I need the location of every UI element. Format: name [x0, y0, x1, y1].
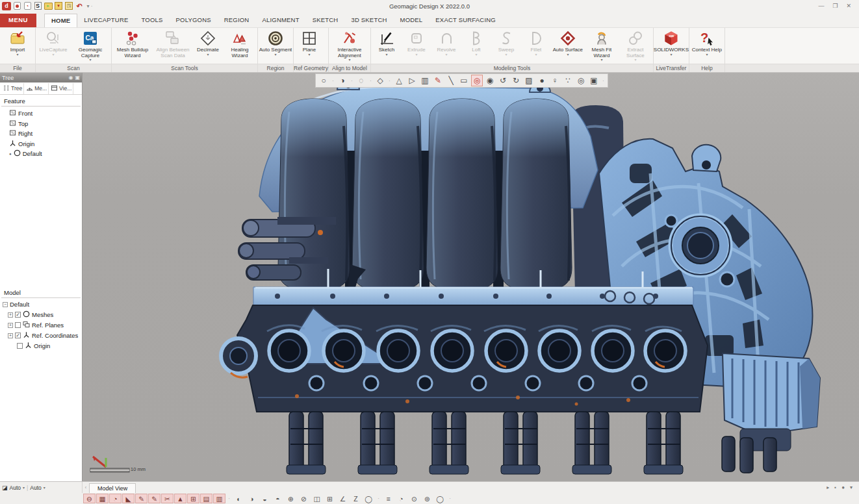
model-view-tab[interactable]: Model View [89, 483, 136, 493]
mesh-buildup-wizard-button[interactable]: Mesh Buildup Wizard [112, 29, 153, 64]
draw-pencil-icon[interactable]: ✎ [135, 494, 147, 503]
list-view-icon[interactable]: ≡ [382, 494, 394, 503]
mesh-fit-wizard-button[interactable]: Mesh Fit Wizard▾ [585, 29, 619, 64]
round-view-icon[interactable]: ◯ [434, 494, 446, 503]
extrude-button[interactable]: Extrude▾ [402, 29, 431, 64]
zoom-out-icon[interactable]: ⊘ [298, 494, 310, 503]
feature-item-default[interactable]: ●Default [9, 149, 82, 159]
show-region-icon[interactable]: ◔ [109, 494, 122, 503]
fillet-button[interactable]: Fillet▾ [521, 29, 551, 64]
tab-sketch[interactable]: SKETCH [306, 14, 345, 27]
rotate-tool-icon[interactable]: ↺ [497, 75, 509, 86]
loft-button[interactable]: Loft▾ [461, 29, 491, 64]
healing-wizard-button[interactable]: Healing Wizard [223, 29, 257, 64]
view-split-icon[interactable]: ◫ [311, 494, 323, 503]
crop-tool-icon[interactable]: ▭ [458, 75, 470, 86]
paint-select-icon[interactable]: △ [393, 75, 405, 86]
tab-home[interactable]: HOME [44, 14, 77, 27]
panel-tab-vie[interactable]: Vie... [49, 83, 73, 94]
revolve-button[interactable]: Revolve▾ [431, 29, 461, 64]
section-z-icon[interactable]: Z [350, 494, 362, 503]
maximize-icon[interactable]: ❐ [832, 3, 838, 9]
model-item-ref-planes[interactable]: +Ref. Planes [0, 320, 82, 331]
polygon-select-icon[interactable]: ◇ [374, 75, 386, 86]
visibility-checkbox[interactable]: ✓ [15, 312, 21, 318]
target-tool-icon[interactable]: ◎ [575, 75, 587, 86]
fill-tool-icon[interactable]: ▲ [174, 494, 186, 503]
model-item-meshes[interactable]: +✓Meshes [0, 310, 82, 320]
dropdown-icon[interactable]: · [350, 75, 354, 86]
auto-segment-button[interactable]: Auto Segment▾ [259, 29, 292, 64]
model-item-root[interactable]: −Default [0, 299, 82, 310]
zoom-in-icon[interactable]: ⊕ [285, 494, 297, 503]
sweep-button[interactable]: Sweep▾ [491, 29, 521, 64]
view-mode-1[interactable]: Auto [10, 485, 21, 491]
show-mesh-icon[interactable]: ▦ [96, 494, 109, 503]
tab-polygons[interactable]: POLYGONS [170, 14, 218, 27]
draw-pen-icon[interactable]: ✎ [148, 494, 160, 503]
more-options-icon[interactable]: ▾ [850, 485, 853, 490]
split-columns-icon[interactable]: ▥ [419, 75, 431, 86]
edit-region-icon[interactable]: ▨ [523, 75, 535, 86]
sphere-tool-icon[interactable]: ● [536, 75, 548, 86]
tab-livecapture[interactable]: LIVECAPTURE [77, 14, 135, 27]
tab-model[interactable]: MODEL [394, 14, 430, 27]
shade-view-icon[interactable]: ◔ [395, 494, 407, 503]
extract-surface-button[interactable]: Extract Surface▾ [619, 29, 652, 64]
close-icon[interactable]: ✕ [846, 3, 851, 9]
orbit-tool-icon[interactable]: ↻ [510, 75, 522, 86]
interactive-alignment-button[interactable]: Interactive Alignment▾ [329, 29, 370, 64]
expand-arrow-icon[interactable]: ▸ [827, 485, 829, 490]
circle-view-icon[interactable]: ◯ [363, 494, 375, 503]
orbit-view-icon[interactable]: ⊚ [421, 494, 433, 503]
view-bottom-icon[interactable]: ◒ [259, 494, 271, 503]
smart-brush-icon[interactable]: ✎ [432, 75, 444, 86]
pin-toggle-icon[interactable]: ● [841, 485, 845, 490]
point-pair-icon[interactable]: ∵ [562, 75, 574, 86]
tab-tools[interactable]: TOOLS [135, 14, 170, 27]
model-item-ref-coordinates[interactable]: +✓Ref. Coordinates [0, 331, 82, 341]
feature-item-top[interactable]: Top [9, 119, 82, 129]
view-top-icon[interactable]: ◓ [272, 494, 284, 503]
sketch-button[interactable]: Sketch▾ [372, 29, 402, 64]
model-item-origin[interactable]: Origin [0, 341, 82, 351]
angle-measure-icon[interactable]: ∠ [337, 494, 349, 503]
tab-3d-sketch[interactable]: 3D SKETCH [344, 14, 393, 27]
feature-item-origin[interactable]: Origin [9, 139, 82, 149]
line-tool-icon[interactable]: ╲ [445, 75, 457, 86]
import-button[interactable]: Import▾ [1, 29, 34, 64]
render-mode-icon[interactable]: ◪ [2, 485, 8, 491]
section-tool-icon[interactable]: ▥ [213, 494, 225, 503]
figure-tool-icon[interactable]: ♀ [549, 75, 561, 86]
auto-surface-button[interactable]: Auto Surface▾ [551, 29, 585, 64]
tab-scroll-left-icon[interactable]: ‹ [83, 482, 89, 493]
dropdown-icon[interactable]: · [601, 75, 606, 86]
panel-tab-tree[interactable]: Tree [1, 83, 24, 94]
tab-alignment[interactable]: ALIGNMENT [255, 14, 305, 27]
layer-tool-icon[interactable]: ▤ [200, 494, 212, 503]
deselect-all-icon[interactable]: ◎ [471, 75, 483, 86]
decimate-button[interactable]: Decimate▾ [193, 29, 223, 64]
dropdown-icon[interactable]: · [331, 75, 335, 86]
panel-tab-me[interactable]: Me... [25, 83, 49, 94]
plane-button[interactable]: Plane▾ [294, 29, 324, 64]
view-grid-icon[interactable]: ⊞ [324, 494, 336, 503]
scan-model-intake-manifold[interactable] [83, 73, 859, 481]
align-between-scan-data-button[interactable]: Align Between Scan Data [153, 29, 193, 64]
ellipse-select-icon[interactable]: ◑ [337, 75, 348, 86]
visibility-checkbox[interactable]: ✓ [15, 333, 21, 338]
tab-exact-surfacing[interactable]: EXACT SURFACING [429, 14, 502, 27]
minimize-icon[interactable]: — [818, 3, 824, 9]
tab-region[interactable]: REGION [218, 14, 256, 27]
circle-select-icon[interactable]: ○ [318, 75, 329, 86]
livecapture-button[interactable]: LiveCapture▾ [36, 29, 70, 64]
freeform-select-icon[interactable]: ◌ [355, 75, 367, 86]
viewport-3d[interactable]: ○·◑·◌·◇·△▷▥✎╲▭◎◉↺↻▨●♀∵◎▣· 10 mm [83, 73, 859, 481]
settings-box-icon[interactable]: ▣ [588, 75, 600, 86]
view-left-icon[interactable]: ◐ [233, 494, 245, 503]
pin-icon[interactable]: ◉ [68, 75, 73, 81]
view-mode-2[interactable]: Auto [30, 485, 42, 491]
flood-select-icon[interactable]: ▷ [406, 75, 418, 86]
light-view-icon[interactable]: ⊙ [408, 494, 420, 503]
feature-item-right[interactable]: Right [9, 129, 82, 139]
